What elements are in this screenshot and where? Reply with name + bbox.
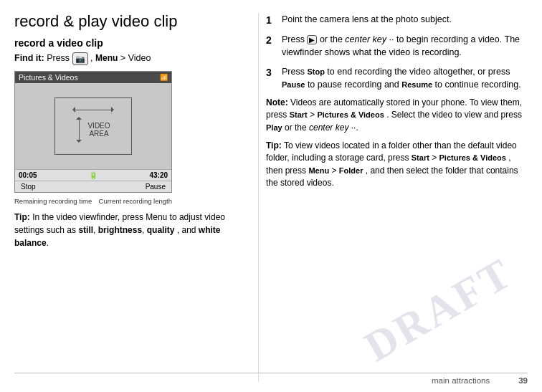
- note-label: Note:: [266, 97, 288, 107]
- right-tip-menu: Menu: [308, 166, 329, 175]
- arrow-v-line: [79, 120, 80, 140]
- video-area-label: VIDEOAREA: [70, 114, 117, 145]
- steps-list: 1 Point the camera lens at the photo sub…: [266, 13, 528, 91]
- page-number: 39: [518, 376, 528, 385]
- step-3-num: 3: [266, 65, 279, 91]
- video-area-text: VIDEOAREA: [87, 122, 110, 138]
- tip-label: Tip:: [14, 212, 30, 222]
- screen-footer: Stop Pause: [15, 181, 171, 192]
- left-tip-box: Tip: In the video viewfinder, press Menu…: [14, 211, 245, 249]
- find-it-line: Find it: Press 📷 , Menu > Video: [14, 52, 245, 65]
- find-it-video: Video: [128, 53, 151, 63]
- step-3: 3 Press Stop to end recording the video …: [266, 65, 528, 91]
- step-1-num: 1: [266, 13, 279, 27]
- page: record & play video clip record a video …: [0, 0, 542, 392]
- right-tip-pictures: Pictures & Videos: [439, 153, 506, 162]
- recording-time-current: 43:20: [149, 171, 168, 179]
- signal-icon: 📶: [160, 74, 168, 81]
- screen-body: VIDEOAREA: [15, 83, 171, 169]
- footer: main attractions 39: [14, 373, 528, 385]
- step-2-text: Press ▶ or the center key ·· to begin re…: [282, 33, 528, 59]
- screen-status-bar: 00:05 🔋 43:20: [15, 169, 171, 181]
- left-column: record & play video clip record a video …: [14, 13, 258, 382]
- page-title: record & play video clip: [14, 13, 245, 30]
- right-tip-label: Tip:: [266, 140, 282, 150]
- video-area-box: VIDEOAREA: [54, 97, 132, 155]
- stop-text: Stop: [307, 67, 324, 76]
- footer-section-label: main attractions: [432, 376, 490, 385]
- arrow-up-head: [76, 114, 82, 120]
- camera-key-icon: 📷: [72, 52, 88, 66]
- center-key-italic: center key: [345, 34, 386, 44]
- find-it-label: Find it:: [14, 53, 44, 63]
- resume-text: Resume: [401, 80, 432, 89]
- note-play: Play: [266, 123, 282, 132]
- step-2-num: 2: [266, 33, 279, 59]
- find-it-menu: Menu: [95, 53, 118, 63]
- screen-header-icons: 📶: [160, 74, 168, 81]
- tip-still: still: [78, 225, 93, 235]
- note-text2: . Select the video to view and press: [386, 110, 522, 120]
- find-it-arrow: >: [120, 53, 128, 63]
- record-key-icon: ▶: [307, 35, 317, 44]
- recording-time-remaining: 00:05: [19, 171, 37, 179]
- step-2: 2 Press ▶ or the center key ·· to begin …: [266, 33, 528, 59]
- step-1-text: Point the camera lens at the photo subje…: [282, 13, 528, 27]
- arrow-left-head: [70, 107, 75, 113]
- tip-brightness: brightness: [98, 225, 142, 235]
- current-recording-label: Current recording length: [99, 197, 172, 205]
- stop-button-label: Stop: [21, 183, 36, 191]
- note-start: Start: [290, 110, 308, 119]
- right-tip-folder: Folder: [339, 166, 363, 175]
- note-center-key: center key: [309, 123, 348, 133]
- screen-header: Pictures & Videos 📶: [15, 72, 171, 83]
- section-title: record a video clip: [14, 37, 245, 49]
- pause-button-label: Pause: [146, 183, 166, 191]
- tip-text1: In the video viewfinder, press: [32, 212, 146, 222]
- tip-quality: quality: [147, 225, 175, 235]
- find-it-then: ,: [90, 53, 95, 63]
- phone-screen-mockup: Pictures & Videos 📶: [14, 71, 172, 193]
- find-it-press: Press: [47, 53, 72, 63]
- remaining-recording-label: Remaining recording time: [14, 197, 92, 205]
- pause-text: Pause: [282, 80, 305, 89]
- note-box: Note: Videos are automatically stored in…: [266, 97, 528, 134]
- arrow-down-head: [76, 140, 82, 145]
- arrow-horizontal: [70, 107, 117, 113]
- arrow-right-head: [111, 107, 117, 113]
- right-column: 1 Point the camera lens at the photo sub…: [258, 13, 528, 382]
- battery-icon: 🔋: [89, 171, 98, 179]
- note-pictures-videos: Pictures & Videos: [317, 110, 384, 119]
- right-tip-start: Start: [412, 153, 429, 162]
- step-1: 1 Point the camera lens at the photo sub…: [266, 13, 528, 27]
- arrow-h-line: [75, 110, 111, 110]
- tip-menu-word: Menu: [146, 212, 167, 222]
- step-3-text: Press Stop to end recording the video al…: [282, 65, 528, 91]
- recording-labels: Remaining recording time Current recordi…: [14, 197, 172, 205]
- right-tip-box: Tip: To view videos located in a folder …: [266, 140, 528, 190]
- screen-header-title: Pictures & Videos: [19, 73, 78, 82]
